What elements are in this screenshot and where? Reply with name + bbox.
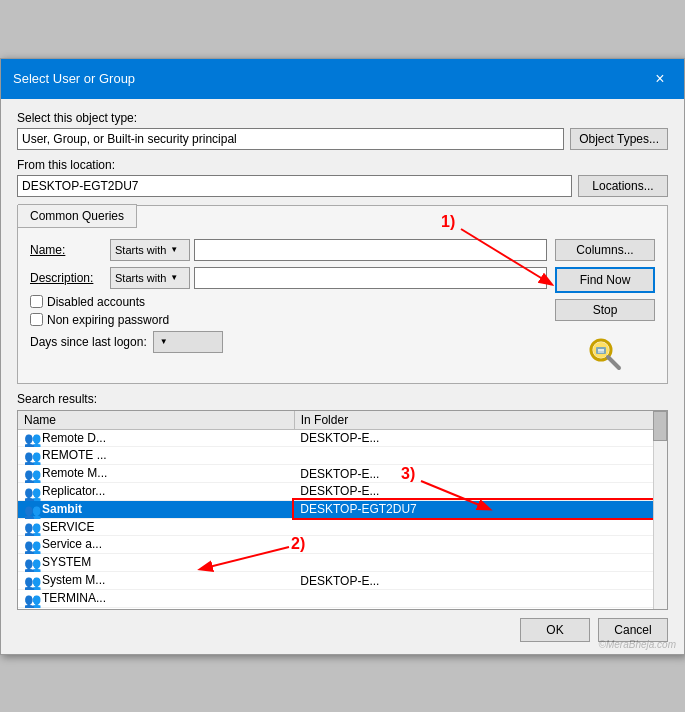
title-bar: Select User or Group ×: [1, 59, 684, 99]
name-query-row: Name: Starts with ▼: [30, 239, 547, 261]
table-row[interactable]: 👥SYSTEM: [18, 554, 667, 572]
col-folder: In Folder: [294, 411, 666, 430]
results-table: Name In Folder 👥Remote D...DESKTOP-E...👥…: [18, 411, 667, 610]
days-dropdown-arrow: ▼: [160, 337, 168, 346]
object-type-input-row: Object Types...: [17, 128, 668, 150]
location-input-row: Locations...: [17, 175, 668, 197]
object-types-button[interactable]: Object Types...: [570, 128, 668, 150]
row-folder: [294, 554, 666, 572]
row-folder: [294, 447, 666, 465]
user-icon: 👥: [24, 449, 40, 463]
search-icon: [586, 335, 624, 373]
object-type-label: Select this object type:: [17, 111, 668, 125]
table-row[interactable]: 👥Remote M...DESKTOP-E...: [18, 465, 667, 483]
row-folder: DESKTOP-EGT2DU7: [294, 500, 666, 518]
svg-line-2: [608, 357, 619, 368]
days-row: Days since last logon: ▼: [30, 331, 547, 353]
dialog-body: Select this object type: Object Types...…: [1, 99, 684, 654]
stop-button[interactable]: Stop: [555, 299, 655, 321]
row-name: TERMINA...: [42, 591, 106, 605]
non-expiring-row: Non expiring password: [30, 313, 547, 327]
user-icon: 👥: [24, 520, 40, 534]
columns-button[interactable]: Columns...: [555, 239, 655, 261]
select-user-dialog: Select User or Group × Select this objec…: [0, 58, 685, 655]
queries-content: Name: Starts with ▼ Description:: [18, 229, 667, 383]
location-row: From this location: Locations...: [17, 158, 668, 197]
results-table-container[interactable]: Name In Folder 👥Remote D...DESKTOP-E...👥…: [17, 410, 668, 610]
description-dropdown-arrow: ▼: [170, 273, 178, 282]
scrollbar-thumb[interactable]: [653, 411, 667, 441]
disabled-accounts-row: Disabled accounts: [30, 295, 547, 309]
object-type-row: Select this object type: Object Types...: [17, 111, 668, 150]
disabled-accounts-checkbox[interactable]: [30, 295, 43, 308]
row-name: System M...: [42, 573, 105, 587]
row-folder: DESKTOP-E...: [294, 465, 666, 483]
row-name: Remote D...: [42, 431, 106, 445]
col-name: Name: [18, 411, 294, 430]
row-name: REMOTE ...: [42, 448, 107, 462]
table-row[interactable]: 👥This Orga...: [18, 607, 667, 609]
name-query-input[interactable]: [194, 239, 547, 261]
location-input[interactable]: [17, 175, 572, 197]
row-folder: DESKTOP-E...: [294, 429, 666, 447]
row-name: Remote M...: [42, 466, 107, 480]
table-row[interactable]: 👥System M...DESKTOP-E...: [18, 572, 667, 590]
queries-left: Name: Starts with ▼ Description:: [30, 239, 547, 373]
common-queries-box: Common Queries Name: Starts with ▼: [17, 205, 668, 384]
row-name: This Orga...: [42, 609, 105, 610]
row-folder: DESKTOP-E...: [294, 482, 666, 500]
table-row[interactable]: 👥Replicator...DESKTOP-E...: [18, 482, 667, 500]
action-row: OK Cancel: [17, 618, 668, 642]
description-query-label: Description:: [30, 271, 110, 285]
row-folder: [294, 536, 666, 554]
object-type-input[interactable]: [17, 128, 564, 150]
row-name: SERVICE: [42, 520, 94, 534]
user-icon: 👥: [24, 431, 40, 445]
table-row[interactable]: 👥SERVICE: [18, 518, 667, 536]
table-row[interactable]: 👥Remote D...DESKTOP-E...: [18, 429, 667, 447]
dialog-title: Select User or Group: [13, 71, 135, 86]
search-results-label: Search results:: [17, 392, 668, 406]
user-icon: 👥: [24, 485, 40, 499]
name-query-label: Name:: [30, 243, 110, 257]
description-query-row: Description: Starts with ▼: [30, 267, 547, 289]
non-expiring-checkbox[interactable]: [30, 313, 43, 326]
description-query-input[interactable]: [194, 267, 547, 289]
row-folder: [294, 518, 666, 536]
description-dropdown[interactable]: Starts with ▼: [110, 267, 190, 289]
days-label: Days since last logon:: [30, 335, 147, 349]
row-folder: [294, 607, 666, 609]
name-dropdown[interactable]: Starts with ▼: [110, 239, 190, 261]
user-icon: 👥: [24, 503, 40, 517]
scrollbar-track[interactable]: [653, 411, 667, 609]
non-expiring-label: Non expiring password: [47, 313, 169, 327]
close-button[interactable]: ×: [648, 67, 672, 91]
row-folder: DESKTOP-E...: [294, 572, 666, 590]
row-name: Replicator...: [42, 484, 105, 498]
search-icon-area: [555, 335, 655, 373]
days-dropdown[interactable]: ▼: [153, 331, 223, 353]
location-label: From this location:: [17, 158, 668, 172]
locations-button[interactable]: Locations...: [578, 175, 668, 197]
common-queries-tab[interactable]: Common Queries: [18, 204, 137, 228]
ok-button[interactable]: OK: [520, 618, 590, 642]
row-name: Service a...: [42, 537, 102, 551]
watermark: ©MeraBheja.com: [599, 639, 676, 650]
user-icon: 👥: [24, 592, 40, 606]
selected-row[interactable]: 👥SambitDESKTOP-EGT2DU7: [18, 500, 667, 518]
row-folder: [294, 589, 666, 607]
table-row[interactable]: 👥TERMINA...: [18, 589, 667, 607]
user-icon: 👥: [24, 467, 40, 481]
row-name: SYSTEM: [42, 555, 91, 569]
table-row[interactable]: 👥Service a...: [18, 536, 667, 554]
row-name: Sambit: [42, 502, 82, 516]
table-row[interactable]: 👥REMOTE ...: [18, 447, 667, 465]
queries-right: Columns... Find Now Stop: [555, 239, 655, 373]
user-icon: 👥: [24, 574, 40, 588]
user-icon: 👥: [24, 556, 40, 570]
disabled-accounts-label: Disabled accounts: [47, 295, 145, 309]
find-now-button[interactable]: Find Now: [555, 267, 655, 293]
name-dropdown-arrow: ▼: [170, 245, 178, 254]
user-icon: 👥: [24, 538, 40, 552]
